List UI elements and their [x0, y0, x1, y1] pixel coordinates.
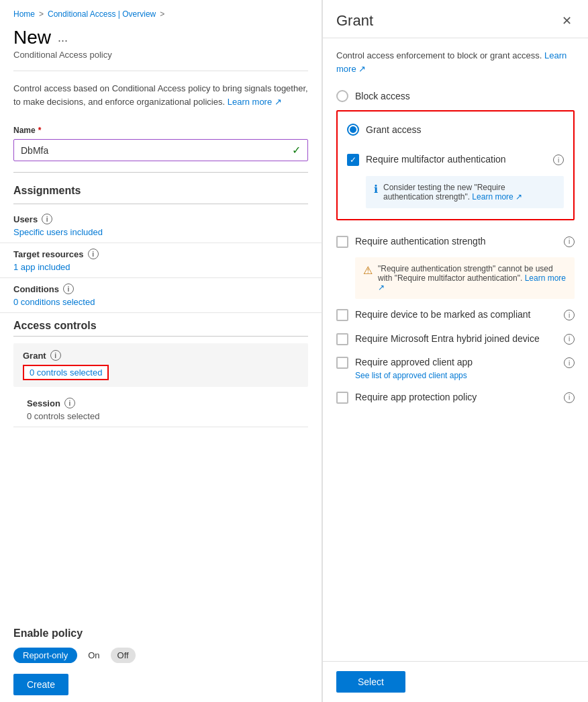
block-access-label: Block access: [355, 91, 410, 101]
conditions-section: Conditions i 0 conditions selected: [0, 278, 322, 313]
info-blue-icon: ℹ: [374, 183, 378, 195]
access-controls-section: Access controls Grant i 0 controls selec…: [0, 313, 322, 427]
conditions-label: Conditions i: [13, 283, 308, 294]
session-label: Session i: [27, 398, 295, 408]
page-title: New: [13, 27, 51, 48]
target-resources-info-icon[interactable]: i: [88, 249, 99, 259]
approved-client-label-group: Require approved client app i: [355, 356, 575, 369]
approved-client-option: Require approved client app i See list o…: [336, 351, 575, 386]
auth-strength-option: Require authentication strength i: [336, 230, 575, 254]
hybrid-joined-info-icon[interactable]: i: [564, 334, 575, 345]
name-value: DbMfa: [21, 145, 48, 156]
target-resources-section: Target resources i 1 app included: [0, 243, 322, 278]
mfa-info-icon[interactable]: i: [553, 155, 564, 165]
mfa-label-group: Require multifactor authentication i: [366, 153, 564, 167]
grant-access-label: Grant access: [366, 124, 421, 135]
page-title-row: New ...: [0, 24, 322, 50]
toggle-group: Report-only On Off: [13, 648, 308, 663]
approved-client-sub-link[interactable]: See list of approved client apps: [355, 371, 575, 380]
report-only-toggle[interactable]: Report-only: [13, 648, 77, 663]
target-resources-value[interactable]: 1 app included: [13, 262, 308, 272]
mfa-info-box: ℹ Consider testing the new "Require auth…: [366, 176, 564, 208]
name-field-group: Name * DbMfa ✓: [0, 119, 322, 168]
breadcrumb-sep2: >: [160, 9, 164, 19]
app-protection-label: Require app protection policy: [355, 391, 560, 404]
create-button[interactable]: Create: [13, 674, 68, 695]
assignments-divider: [13, 204, 308, 204]
hybrid-joined-label: Require Microsoft Entra hybrid joined de…: [355, 333, 560, 346]
conditions-info-icon[interactable]: i: [63, 283, 74, 294]
panel-description: Control access enforcement to block or g…: [336, 49, 575, 75]
block-access-option[interactable]: Block access: [336, 85, 575, 107]
select-button[interactable]: Select: [336, 671, 405, 693]
users-info-icon[interactable]: i: [42, 214, 52, 224]
grant-info-icon[interactable]: i: [50, 350, 61, 361]
hybrid-joined-label-group: Require Microsoft Entra hybrid joined de…: [355, 333, 575, 346]
mfa-label: Require multifactor authentication: [366, 153, 549, 167]
app-protection-checkbox[interactable]: [336, 392, 348, 404]
on-option[interactable]: On: [83, 648, 105, 663]
hybrid-joined-option: Require Microsoft Entra hybrid joined de…: [336, 327, 575, 351]
device-compliant-checkbox[interactable]: [336, 309, 348, 321]
auth-strength-label-group: Require authentication strength i: [355, 235, 575, 249]
device-compliant-label: Require device to be marked as compliant: [355, 308, 560, 322]
auth-strength-warning-box: ⚠ "Require authentication strength" cann…: [355, 257, 575, 299]
breadcrumb-sep1: >: [39, 9, 44, 19]
auth-strength-checkbox[interactable]: [336, 236, 348, 248]
approved-client-group: Require approved client app i See list o…: [355, 356, 575, 380]
page-subtitle: Conditional Access policy: [0, 50, 322, 71]
session-info-icon[interactable]: i: [64, 398, 75, 408]
warning-icon: ⚠: [363, 264, 373, 277]
grant-access-box: Grant access Require multifactor authent…: [336, 110, 575, 220]
conditions-value[interactable]: 0 conditions selected: [13, 297, 308, 307]
mfa-info-learn-more[interactable]: Learn more ↗: [472, 192, 522, 202]
app-protection-label-group: Require app protection policy i: [355, 391, 575, 404]
learn-more-link[interactable]: Learn more ↗: [228, 97, 282, 107]
panel-body: Control access enforcement to block or g…: [323, 38, 588, 661]
ellipsis-menu[interactable]: ...: [58, 31, 68, 45]
grant-selected-value[interactable]: 0 controls selected: [23, 365, 109, 380]
checkmark-icon: ✓: [292, 144, 301, 157]
panel-title: Grant: [336, 12, 373, 30]
auth-strength-label: Require authentication strength: [355, 235, 560, 249]
warning-learn-more[interactable]: Learn more ↗: [378, 273, 566, 292]
session-row: Session i 0 controls selected: [13, 392, 308, 427]
access-controls-title: Access controls: [13, 320, 308, 332]
close-button[interactable]: ✕: [559, 11, 575, 31]
grant-access-radio[interactable]: [347, 124, 359, 136]
grant-access-option[interactable]: Grant access: [347, 118, 564, 141]
required-marker: *: [38, 126, 42, 135]
session-value: 0 controls selected: [27, 411, 295, 421]
mfa-info-text: Consider testing the new "Require authen…: [383, 183, 556, 202]
warning-text: "Require authentication strength" cannot…: [378, 264, 567, 292]
app-protection-info-icon[interactable]: i: [564, 392, 575, 403]
app-protection-option: Require app protection policy i: [336, 386, 575, 410]
users-label: Users i: [13, 214, 308, 224]
mfa-checkbox[interactable]: [347, 154, 359, 166]
approved-client-checkbox[interactable]: [336, 357, 348, 369]
panel-header: Grant ✕: [323, 0, 588, 38]
enable-policy-title: Enable policy: [13, 627, 308, 640]
breadcrumb-home[interactable]: Home: [13, 9, 35, 19]
approved-client-info-icon[interactable]: i: [564, 357, 575, 368]
users-section: Users i Specific users included: [0, 208, 322, 243]
device-compliant-label-group: Require device to be marked as compliant…: [355, 308, 575, 322]
radio-dot: [350, 126, 356, 133]
auth-strength-info-icon[interactable]: i: [564, 236, 575, 247]
target-resources-label: Target resources i: [13, 249, 308, 259]
mfa-option: Require multifactor authentication i: [347, 148, 564, 172]
enable-policy-section: Enable policy Report-only On Off Create: [0, 614, 322, 702]
device-compliant-info-icon[interactable]: i: [564, 310, 575, 320]
name-input-display[interactable]: DbMfa ✓: [13, 139, 308, 161]
users-value[interactable]: Specific users included: [13, 227, 308, 237]
grant-row: Grant i 0 controls selected: [13, 343, 308, 387]
hybrid-joined-checkbox[interactable]: [336, 333, 348, 345]
page-description: Control access based on Conditional Acce…: [0, 71, 322, 119]
block-access-radio[interactable]: [336, 90, 348, 102]
approved-client-label: Require approved client app: [355, 356, 560, 369]
name-label: Name *: [13, 126, 308, 135]
breadcrumb-section[interactable]: Conditional Access | Overview: [48, 9, 156, 19]
device-compliant-option: Require device to be marked as compliant…: [336, 303, 575, 327]
breadcrumb: Home > Conditional Access | Overview >: [0, 0, 322, 24]
off-option[interactable]: Off: [111, 648, 136, 663]
